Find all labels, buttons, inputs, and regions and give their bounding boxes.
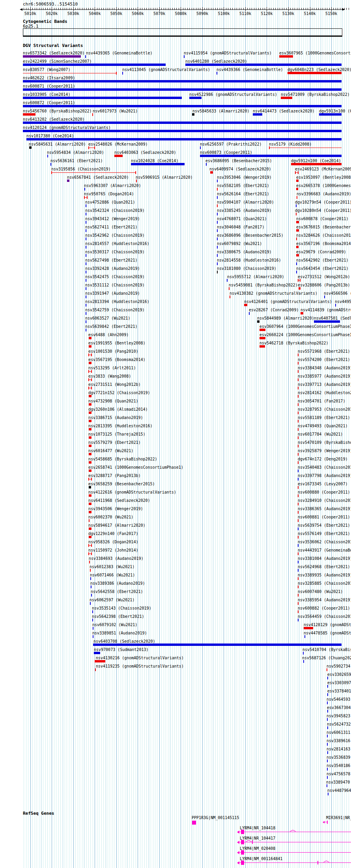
variant-glyph-bar[interactable] xyxy=(288,72,342,74)
variant-glyph-tick[interactable] xyxy=(298,362,299,365)
variant-glyph-ibeam[interactable] xyxy=(88,478,92,481)
variant-label[interactable]: nsv5459081 (ByrskaBishop2022) xyxy=(229,283,298,287)
variant-label[interactable]: nsv6409974 (Sedlazeck2020) xyxy=(209,167,271,171)
variant-glyph-bar[interactable] xyxy=(23,105,342,107)
variant-label[interactable]: esv29679 (Conrad2009) xyxy=(296,250,346,254)
variant-glyph-bar[interactable] xyxy=(23,122,342,124)
variant-label[interactable]: nsv4439366 (GenomeinaBottle) xyxy=(217,68,283,72)
variant-glyph-tick[interactable] xyxy=(217,254,218,257)
variant-label[interactable]: nsv600873 (Cooper2011) xyxy=(200,151,252,155)
variant-glyph-tick[interactable] xyxy=(327,743,328,746)
variant-glyph-tick[interactable] xyxy=(86,287,86,290)
variant-glyph-tick[interactable] xyxy=(86,229,86,232)
variant-label[interactable]: nsv5471009 (ByrskaBishop2022) xyxy=(281,93,350,97)
variant-label[interactable]: nsv3389616 xyxy=(327,739,350,743)
gene-label[interactable]: PPP1R3G|NM_001145115 xyxy=(192,816,239,820)
variant-glyph-tick[interactable] xyxy=(304,635,305,638)
variant-glyph-tick[interactable] xyxy=(298,511,299,514)
variant-label[interactable]: nsv5687126 (Chuang2021) xyxy=(302,656,351,660)
variant-glyph-tick[interactable] xyxy=(217,246,218,249)
variant-label[interactable]: nsv4113045 (gnomADStructuralVariants) xyxy=(122,68,210,72)
variant-glyph-ibeam[interactable] xyxy=(298,279,301,282)
variant-label[interactable]: nsv6411968 (Sedlazeck2020) xyxy=(88,499,150,503)
variant-label[interactable]: nsv5642902 (Ebert2021) xyxy=(296,258,348,262)
variant-label[interactable]: nsv1024028 (Coe2014) xyxy=(131,159,178,163)
variant-label[interactable]: esv3302659 xyxy=(327,673,351,677)
variant-label[interactable]: nsv2814163 xyxy=(327,747,350,751)
variant-glyph-square[interactable] xyxy=(89,345,91,348)
variant-label[interactable]: nsv600872 (Cooper2011) xyxy=(23,101,75,105)
variant-label[interactable]: nsv6401280 (Sedlazeck2020) xyxy=(185,60,247,64)
variant-glyph-square[interactable] xyxy=(89,528,91,530)
variant-glyph-tick[interactable] xyxy=(298,445,299,447)
variant-label[interactable]: nsv600878 (Cooper2011) xyxy=(296,217,348,221)
variant-glyph-tick[interactable] xyxy=(86,221,86,224)
variant-glyph-bar[interactable] xyxy=(260,337,265,339)
variant-glyph-tick[interactable] xyxy=(298,569,299,572)
variant-glyph-tick[interactable] xyxy=(298,602,299,605)
variant-glyph-tick[interactable] xyxy=(206,163,207,166)
variant-label[interactable]: nsv3945823 xyxy=(327,714,350,718)
variant-glyph-tick[interactable] xyxy=(327,718,328,721)
variant-label[interactable]: esv1953097 (Bentley2008) xyxy=(296,176,351,180)
variant-label[interactable]: nsv4122616 (gnomADStructuralVariants) xyxy=(88,490,176,494)
variant-label[interactable]: nsv3181080 (Chaisson2019) xyxy=(217,267,276,271)
variant-glyph-ibeam[interactable] xyxy=(295,171,299,174)
variant-glyph-bar[interactable] xyxy=(319,113,342,116)
variant-glyph-bar[interactable] xyxy=(131,163,185,165)
variant-glyph-tick[interactable] xyxy=(86,329,86,331)
variant-label[interactable]: nsv5902734 xyxy=(327,664,350,668)
variant-label[interactable]: nsv3384348 (Audano2019) xyxy=(298,366,351,370)
variant-label[interactable]: esv3686096 (Besenbacher2015) xyxy=(217,234,284,238)
variant-glyph-tick[interactable] xyxy=(93,635,93,638)
variant-glyph-tick[interactable] xyxy=(217,180,218,182)
variant-label[interactable]: esv3288606 (Pang2013b) xyxy=(298,283,350,287)
variant-label[interactable]: nsv6061311 xyxy=(327,731,350,735)
variant-label[interactable]: nsv2814162 (Huddleston2016) xyxy=(298,391,351,395)
variant-glyph-tick[interactable] xyxy=(298,577,299,580)
variant-label[interactable]: nsv5844989 (Almarri2020) xyxy=(257,316,314,320)
variant-label[interactable]: nsv958326 (Dogan2014) xyxy=(88,540,138,544)
gene-glyph-exon[interactable] xyxy=(241,840,244,844)
variant-glyph-tick[interactable] xyxy=(296,204,297,207)
variant-label[interactable]: dgv6048n223 (Sedlazeck2020) xyxy=(288,68,351,72)
variant-glyph-tick[interactable] xyxy=(298,370,299,373)
variant-glyph-tick[interactable] xyxy=(136,180,137,182)
variant-glyph-tick[interactable] xyxy=(297,196,297,199)
variant-glyph-tick[interactable] xyxy=(298,387,299,389)
variant-label[interactable]: nsv6256597 (Prakrithi2022) xyxy=(200,142,262,146)
variant-label[interactable]: nsv5624968 (Ebert2021) xyxy=(298,565,350,569)
variant-label[interactable]: nsv4566506 (GenomeinaBottle) xyxy=(324,292,351,296)
gene-glyph-exon[interactable] xyxy=(241,830,244,834)
variant-glyph-tick[interactable] xyxy=(85,55,86,58)
variant-label[interactable]: nsv3953046 (Wenger2019) xyxy=(217,176,271,180)
variant-glyph-square[interactable] xyxy=(257,320,260,323)
variant-label[interactable]: nsv5639754 (Ebert2021) xyxy=(298,524,350,528)
variant-glyph-square[interactable] xyxy=(296,229,299,232)
variant-glyph-square[interactable] xyxy=(296,221,299,223)
variant-glyph-tick[interactable] xyxy=(89,561,90,563)
variant-label[interactable]: nsv3564459 (Chaisson2019) xyxy=(298,615,351,619)
variant-label[interactable]: dgv5912n100 (Coe2014) xyxy=(291,159,341,163)
variant-glyph-bar[interactable] xyxy=(281,97,292,99)
variant-glyph-bar[interactable] xyxy=(23,130,342,132)
variant-label[interactable]: nsv5579279 (Ebert2021) xyxy=(88,441,140,445)
variant-glyph-tick[interactable] xyxy=(327,751,328,754)
variant-label[interactable]: nsv1017380 (Coe2014) xyxy=(26,134,74,138)
variant-label[interactable]: nsv3046048 (Fan2017) xyxy=(217,225,264,229)
variant-glyph-tick[interactable] xyxy=(327,776,328,779)
variant-glyph-tick[interactable] xyxy=(91,594,92,597)
variant-glyph-tick[interactable] xyxy=(327,702,328,704)
variant-glyph-tick[interactable] xyxy=(296,262,297,265)
variant-glyph-tick[interactable] xyxy=(86,246,86,249)
variant-glyph-square[interactable] xyxy=(89,445,91,447)
variant-glyph-bar[interactable] xyxy=(185,64,342,66)
variant-label[interactable]: nsv5642398 (Ebert2021) xyxy=(92,615,144,619)
variant-glyph-tick[interactable] xyxy=(298,544,299,547)
variant-label[interactable]: esv3667304 xyxy=(327,706,351,710)
variant-glyph-square[interactable] xyxy=(89,412,91,414)
variant-label[interactable]: nsv5576149 (Ebert2021) xyxy=(298,532,350,536)
variant-glyph-square[interactable] xyxy=(299,287,301,290)
gene-label[interactable]: LYRM4|NM_001164841 xyxy=(240,857,282,861)
variant-glyph-tick[interactable] xyxy=(249,312,250,315)
